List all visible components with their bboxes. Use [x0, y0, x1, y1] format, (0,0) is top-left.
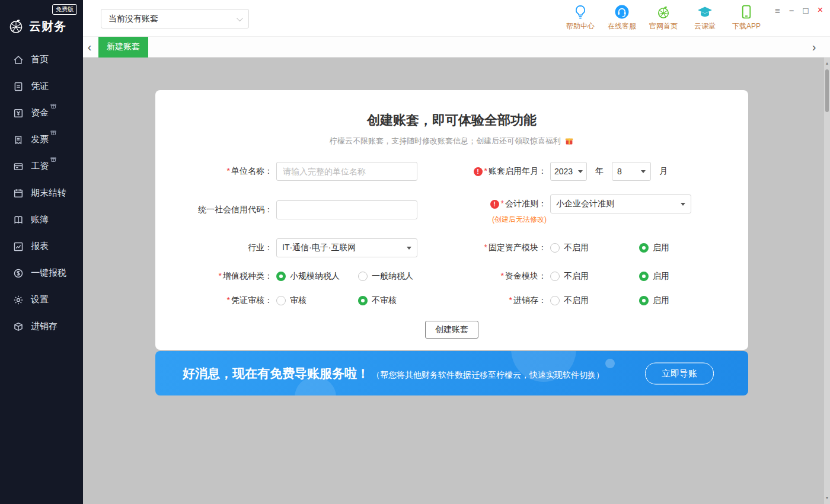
field-credit-code: 统一社会信用代码：: [155, 194, 452, 225]
sidebar-item-inventory[interactable]: 进销存: [0, 313, 83, 340]
radio-label: 不启用: [564, 243, 589, 253]
topbar-actions: 帮助中心 在线客服 官网首页 云课堂 下载APP: [563, 4, 764, 31]
radio-checked-icon[interactable]: [639, 272, 649, 281]
cloud-classroom-button[interactable]: 云课堂: [688, 4, 722, 31]
window-controls: ≡ − □ ×: [775, 5, 823, 15]
minimize-icon[interactable]: −: [789, 6, 794, 15]
scroll-up-icon[interactable]: ▲: [824, 60, 830, 66]
import-now-button[interactable]: 立即导账: [645, 362, 714, 384]
action-label: 云课堂: [694, 21, 716, 31]
close-icon[interactable]: ×: [818, 5, 823, 15]
credit-code-input[interactable]: [276, 200, 417, 219]
sidebar-item-reports[interactable]: 报表: [0, 233, 83, 260]
sidebar-item-invoice[interactable]: 发票: [0, 126, 83, 153]
online-service-button[interactable]: 在线客服: [605, 4, 639, 31]
accounting-standard-value: 小企业会计准则: [556, 199, 614, 209]
radio-option-review[interactable]: 审核: [276, 295, 358, 306]
radio-label: 一般纳税人: [372, 271, 413, 282]
create-account-button[interactable]: 创建账套: [425, 321, 478, 339]
sidebar-item-period-end[interactable]: 期末结转: [0, 180, 83, 206]
scroll-down-icon[interactable]: ▼: [824, 495, 830, 501]
field-label-wrap: 固定资产模块：: [452, 243, 547, 253]
radio-option-enable[interactable]: 启用: [639, 295, 669, 306]
page-title: 创建账套，即可体验全部功能: [155, 111, 748, 129]
official-site-button[interactable]: 官网首页: [646, 4, 681, 31]
gift-icon: [564, 136, 574, 146]
sidebar-item-tax-filing[interactable]: 一键报税: [0, 260, 83, 286]
radio-option-no-review[interactable]: 不审核: [358, 295, 397, 306]
field-label-wrap: 账套启用年月：: [452, 166, 547, 177]
radio-checked-icon[interactable]: [276, 272, 286, 281]
radio-option-enable[interactable]: 启用: [639, 271, 669, 282]
radio-unchecked-icon[interactable]: [550, 296, 560, 305]
help-center-button[interactable]: 帮助中心: [563, 4, 598, 31]
field-label-wrap: 会计准则： (创建后无法修改): [452, 194, 547, 225]
subtitle-text: 柠檬云不限账套，支持随时修改账套信息；创建后还可领取惊喜福利: [330, 136, 561, 146]
field-note: (创建后无法修改): [492, 215, 547, 225]
radio-label: 审核: [290, 295, 307, 306]
vertical-scrollbar[interactable]: ▲ ▼: [824, 58, 830, 504]
radio-unchecked-icon[interactable]: [550, 243, 560, 253]
radio-option-disable[interactable]: 不启用: [550, 243, 639, 253]
radio-option-disable[interactable]: 不启用: [550, 295, 639, 306]
accounting-standard-select[interactable]: 小企业会计准则: [550, 194, 691, 213]
field-accounting-standard: 会计准则： (创建后无法修改) 小企业会计准则: [452, 194, 748, 225]
dollar-circle-icon: [13, 268, 24, 279]
month-unit: 月: [659, 166, 668, 177]
radio-option-general-taxpayer[interactable]: 一般纳税人: [358, 271, 413, 282]
sidebar-item-ledgers[interactable]: 账簿: [0, 206, 83, 233]
radio-unchecked-icon[interactable]: [276, 296, 286, 305]
sidebar-item-voucher[interactable]: 凭证: [0, 73, 83, 100]
company-name-input[interactable]: [276, 162, 417, 181]
sidebar-item-funds[interactable]: 资金: [0, 100, 83, 126]
radio-unchecked-icon[interactable]: [358, 272, 368, 281]
scrollbar-thumb[interactable]: [825, 69, 829, 112]
field-label: 凭证审核：: [155, 295, 273, 306]
sidebar-item-label: 报表: [31, 241, 49, 252]
alert-icon: [490, 200, 499, 209]
action-label: 帮助中心: [566, 21, 595, 31]
gear-icon: [13, 295, 24, 305]
sidebar-item-home[interactable]: 首页: [0, 46, 83, 73]
sidebar-item-label: 一键报税: [31, 267, 66, 279]
radio-checked-icon[interactable]: [639, 296, 649, 305]
radio-option-disable[interactable]: 不启用: [550, 271, 639, 282]
tab-new-account-set[interactable]: 新建账套: [98, 37, 148, 58]
month-value: 8: [617, 167, 622, 176]
account-set-dropdown[interactable]: 当前没有账套: [101, 9, 249, 28]
home-icon: [13, 55, 24, 65]
radio-checked-icon[interactable]: [358, 296, 368, 305]
year-select[interactable]: 2023: [550, 162, 587, 181]
account-set-value: 当前没有账套: [108, 14, 158, 24]
industry-value: IT·通信·电子·互联网: [282, 243, 356, 253]
sidebar-item-salary[interactable]: 工资: [0, 153, 83, 180]
sidebar-nav: 首页 凭证 资金 发票 工资 期末结转 账簿 报表: [0, 46, 83, 340]
sidebar-item-label: 期末结转: [31, 187, 66, 199]
maximize-icon[interactable]: □: [803, 6, 809, 15]
alert-icon: [474, 167, 483, 176]
sidebar-item-label: 资金: [31, 107, 49, 119]
app-title: 云财务: [29, 18, 66, 34]
sidebar-item-settings[interactable]: 设置: [0, 286, 83, 313]
version-badge: 免费版: [52, 4, 77, 15]
tab-scroll-right-icon[interactable]: ›: [807, 37, 821, 58]
bulb-icon: [573, 4, 589, 20]
action-label: 下载APP: [732, 21, 761, 31]
tab-scroll-left-icon[interactable]: ‹: [83, 37, 96, 58]
gift-badge-icon: [50, 130, 56, 136]
field-label-wrap: 资金模块：: [452, 271, 547, 282]
month-select[interactable]: 8: [612, 162, 651, 181]
action-label: 在线客服: [608, 21, 636, 31]
invoice-icon: [13, 135, 24, 145]
select-arrow-icon: [407, 247, 411, 250]
field-inventory-module: 进销存： 不启用 启用: [452, 295, 748, 306]
menu-icon[interactable]: ≡: [775, 6, 780, 15]
industry-select[interactable]: IT·通信·电子·互联网: [276, 238, 417, 257]
field-label-wrap: 进销存：: [452, 295, 547, 306]
download-app-button[interactable]: 下载APP: [729, 4, 764, 31]
radio-checked-icon[interactable]: [639, 243, 649, 253]
sidebar: 免费版 云财务 首页 凭证 资金 发票 工资 期末结转: [0, 0, 83, 504]
radio-option-small-taxpayer[interactable]: 小规模纳税人: [276, 271, 358, 282]
radio-unchecked-icon[interactable]: [550, 272, 560, 281]
radio-option-enable[interactable]: 启用: [639, 243, 669, 253]
